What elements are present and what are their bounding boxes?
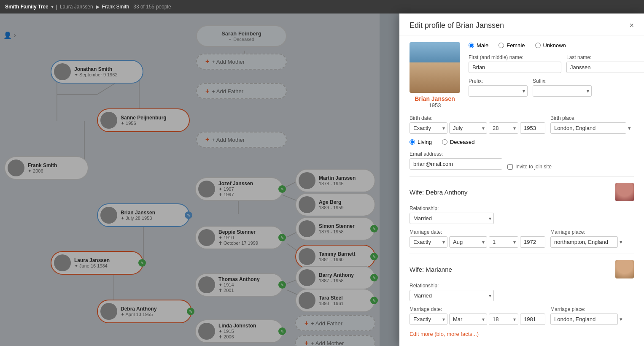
wife2-day-wrapper[interactable]: 18: [489, 314, 518, 325]
wife2-rel-group: Relationship: Married: [410, 283, 494, 301]
wife1-qualifier-wrapper[interactable]: Exactly: [410, 236, 447, 248]
wife2-month-wrapper[interactable]: Mar: [449, 314, 487, 325]
prefix-group: Prefix:: [469, 78, 528, 97]
wife1-marriage-place-group: Marriage place: ▾: [550, 229, 622, 248]
birth-date-group: Birth date: Exactly July 28: [410, 115, 545, 134]
breadcrumb-arrow: ▶: [96, 4, 100, 10]
wife1-marriage-date-label: Marriage date:: [410, 229, 545, 235]
birth-month-wrapper[interactable]: July: [449, 122, 487, 134]
birth-day-wrapper[interactable]: 28: [489, 122, 518, 134]
birth-month-select[interactable]: July: [449, 122, 487, 134]
birth-day-select[interactable]: 28: [489, 122, 518, 134]
birth-date-label: Birth date:: [410, 115, 545, 121]
wife2-rel-select[interactable]: Married: [410, 290, 494, 301]
birth-date-inputs: Exactly July 28: [410, 122, 545, 134]
edit-more-link[interactable]: Edit more (bio, more facts...): [410, 331, 634, 337]
birth-place-inputs: ▾: [550, 122, 631, 134]
suffix-wrapper[interactable]: [533, 85, 592, 97]
wife1-rel-select[interactable]: Married: [410, 213, 494, 224]
wife1-marriage-row: Marriage date: Exactly Aug: [410, 229, 634, 248]
gender-male-label[interactable]: Male: [469, 42, 488, 49]
wife2-qualifier-wrapper[interactable]: Exactly: [410, 314, 447, 325]
living-radio[interactable]: [410, 139, 415, 145]
deceased-label[interactable]: Deceased: [442, 139, 475, 145]
wife2-qualifier-select[interactable]: Exactly: [410, 314, 447, 325]
gender-female-radio[interactable]: [498, 43, 504, 48]
prefix-select[interactable]: [469, 85, 528, 97]
wife1-place-dropdown-icon[interactable]: ▾: [620, 239, 622, 245]
people-count: 33 of 155 people: [133, 4, 171, 10]
email-input[interactable]: [410, 158, 502, 170]
wife1-day-wrapper[interactable]: 1: [489, 236, 518, 248]
profile-photo-inner: [410, 42, 460, 93]
wife2-marriage-place-label: Marriage place:: [550, 306, 622, 312]
wife2-rel-label: Relationship:: [410, 283, 494, 289]
birth-place-group: Birth place: ▾: [550, 115, 631, 134]
wife1-marriage-place-label: Marriage place:: [550, 229, 622, 235]
wife1-section: Wife: Debra Anthony Relationship: Marrie…: [410, 176, 634, 248]
wife2-title: Wife: Marianne: [410, 266, 452, 273]
wife1-qualifier-select[interactable]: Exactly: [410, 236, 447, 248]
email-group: Email address:: [410, 151, 502, 170]
wife1-place-input[interactable]: [550, 236, 618, 248]
wife2-date-inputs: Exactly Mar 18: [410, 314, 545, 325]
wife2-rel-wrapper[interactable]: Married: [410, 290, 494, 301]
deceased-radio[interactable]: [442, 139, 447, 145]
wife1-year-input[interactable]: [520, 236, 545, 248]
wife2-relationship-row: Relationship: Married: [410, 283, 634, 301]
prefix-wrapper[interactable]: [469, 85, 528, 97]
tree-name[interactable]: Smith Family Tree: [5, 4, 49, 10]
gender-unknown-label[interactable]: Unknown: [535, 42, 566, 49]
invite-checkbox[interactable]: [507, 164, 513, 170]
first-name-label: First (and middle) name:: [469, 54, 561, 60]
wife2-day-select[interactable]: 18: [489, 314, 518, 325]
topbar-dropdown-icon[interactable]: ▾: [51, 4, 54, 10]
gender-male-radio[interactable]: [469, 43, 474, 48]
wife1-rel-group: Relationship: Married: [410, 205, 494, 224]
name-row: First (and middle) name: Last name:: [469, 54, 644, 73]
breadcrumb-1[interactable]: Laura Janssen: [60, 4, 93, 10]
modal-body: Brian Janssen 1953 Male Female: [399, 35, 644, 346]
birth-year-input[interactable]: [520, 122, 545, 134]
wife2-place-input[interactable]: [550, 314, 618, 325]
modal-header: Edit profile of Brian Janssen ×: [399, 14, 644, 35]
gender-female-label[interactable]: Female: [498, 42, 525, 49]
living-label[interactable]: Living: [410, 139, 432, 145]
birth-place-dropdown-icon[interactable]: ▾: [628, 125, 631, 131]
modal-close-btn[interactable]: ×: [629, 21, 634, 30]
topbar: Smith Family Tree ▾ | Laura Janssen ▶ Fr…: [0, 0, 644, 14]
wife1-month-select[interactable]: Aug: [449, 236, 487, 248]
wife1-place-inputs: ▾: [550, 236, 622, 248]
wife2-marriage-date-label: Marriage date:: [410, 306, 545, 312]
wife2-month-select[interactable]: Mar: [449, 314, 487, 325]
wife2-place-dropdown-icon[interactable]: ▾: [620, 316, 622, 322]
wife2-year-input[interactable]: [520, 314, 545, 325]
gender-unknown-radio[interactable]: [535, 43, 541, 48]
last-name-label: Last name:: [566, 54, 644, 60]
modal-title: Edit profile of Brian Janssen: [410, 21, 504, 30]
last-name-input[interactable]: [566, 62, 644, 73]
first-name-input[interactable]: [469, 62, 561, 73]
email-label: Email address:: [410, 151, 502, 157]
wife1-month-wrapper[interactable]: Aug: [449, 236, 487, 248]
suffix-group: Suffix:: [533, 78, 592, 97]
wife1-day-select[interactable]: 1: [489, 236, 518, 248]
profile-photo-container: Brian Janssen 1953: [410, 42, 460, 108]
edit-modal: Edit profile of Brian Janssen × Brian Ja…: [399, 14, 644, 346]
gender-row: Male Female Unknown: [469, 42, 644, 49]
birth-place-input[interactable]: [550, 122, 626, 134]
profile-name: Brian Janssen: [410, 95, 460, 102]
profile-photo: [410, 42, 460, 93]
suffix-select[interactable]: [533, 85, 592, 97]
wife1-date-inputs: Exactly Aug 1: [410, 236, 545, 248]
birth-qualifier-select[interactable]: Exactly: [410, 122, 447, 134]
prefix-suffix-row: Prefix: Suffix:: [469, 78, 644, 97]
birth-qualifier-wrapper[interactable]: Exactly: [410, 122, 447, 134]
wife1-rel-wrapper[interactable]: Married: [410, 213, 494, 224]
profile-section: Brian Janssen 1953 Male Female: [410, 42, 634, 108]
wife2-marriage-date-group: Marriage date: Exactly Mar: [410, 306, 545, 325]
wife1-rel-label: Relationship:: [410, 205, 494, 211]
wife2-marriage-row: Marriage date: Exactly Mar: [410, 306, 634, 325]
birth-place-label: Birth place:: [550, 115, 631, 121]
prefix-label: Prefix:: [469, 78, 528, 84]
